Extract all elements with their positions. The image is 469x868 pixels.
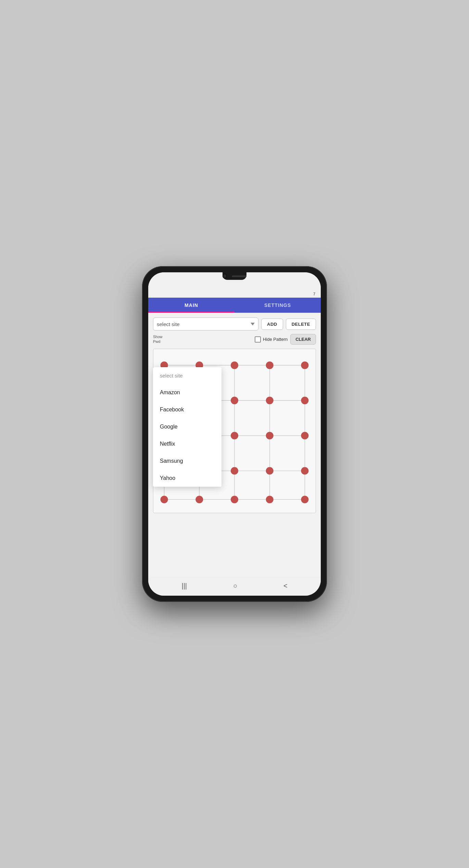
svg-point-28 bbox=[266, 467, 274, 474]
dropdown-item-facebook[interactable]: Facebook bbox=[153, 401, 221, 418]
svg-point-19 bbox=[301, 397, 308, 404]
hide-pattern-group: Hide Pattern bbox=[255, 336, 288, 343]
home-icon[interactable]: ○ bbox=[233, 582, 237, 590]
svg-point-12 bbox=[231, 361, 238, 369]
signal-indicator: 7 bbox=[313, 292, 315, 296]
phone-frame: 7 MAIN SETTINGS select site bbox=[142, 266, 327, 602]
tab-main[interactable]: MAIN bbox=[148, 298, 234, 313]
dropdown-item-netflix[interactable]: Netflix bbox=[153, 435, 221, 452]
svg-point-32 bbox=[231, 496, 238, 503]
svg-point-33 bbox=[266, 496, 274, 503]
pattern-grid-wrapper: select site Amazon Facebook Google Netfl… bbox=[153, 349, 316, 513]
delete-button[interactable]: DELETE bbox=[286, 319, 316, 330]
svg-point-27 bbox=[231, 467, 238, 474]
svg-point-30 bbox=[161, 496, 168, 503]
svg-point-14 bbox=[301, 361, 308, 369]
app-content: MAIN SETTINGS select site ADD DELETE bbox=[148, 298, 321, 576]
dropdown-item-yahoo[interactable]: Yahoo bbox=[153, 470, 221, 487]
hide-pattern-label: Hide Pattern bbox=[263, 337, 288, 342]
svg-point-18 bbox=[266, 397, 274, 404]
dropdown-item-amazon[interactable]: Amazon bbox=[153, 384, 221, 401]
dropdown-item-samsung[interactable]: Samsung bbox=[153, 452, 221, 470]
add-button[interactable]: ADD bbox=[261, 319, 283, 330]
recents-icon[interactable]: ||| bbox=[181, 582, 187, 590]
dropdown-arrow-icon bbox=[251, 323, 255, 325]
pattern-controls-row: ShowPwd Hide Pattern CLEAR bbox=[153, 334, 316, 345]
site-select[interactable]: select site bbox=[153, 318, 258, 331]
camera-bump bbox=[223, 272, 246, 280]
notch-area bbox=[148, 272, 321, 290]
speaker bbox=[232, 275, 246, 277]
svg-point-24 bbox=[301, 432, 308, 439]
hide-pattern-checkbox[interactable] bbox=[255, 336, 261, 343]
phone-screen: 7 MAIN SETTINGS select site bbox=[148, 272, 321, 596]
svg-point-17 bbox=[231, 397, 238, 404]
bottom-nav: ||| ○ < bbox=[148, 576, 321, 596]
svg-point-34 bbox=[301, 496, 308, 503]
dropdown-item-placeholder[interactable]: select site bbox=[153, 367, 221, 384]
svg-point-22 bbox=[231, 432, 238, 439]
site-dropdown-menu[interactable]: select site Amazon Facebook Google Netfl… bbox=[153, 367, 221, 487]
svg-point-29 bbox=[301, 467, 308, 474]
clear-button[interactable]: CLEAR bbox=[290, 334, 316, 345]
status-bar: 7 bbox=[148, 290, 321, 298]
tab-bar: MAIN SETTINGS bbox=[148, 298, 321, 313]
camera-lens bbox=[223, 274, 227, 278]
dropdown-item-google[interactable]: Google bbox=[153, 418, 221, 435]
back-icon[interactable]: < bbox=[283, 582, 288, 590]
svg-point-13 bbox=[266, 361, 274, 369]
svg-point-23 bbox=[266, 432, 274, 439]
controls-row: select site ADD DELETE bbox=[153, 318, 316, 331]
show-pwd-label: ShowPwd bbox=[153, 335, 163, 344]
main-area: select site ADD DELETE ShowPwd Hide Patt… bbox=[148, 313, 321, 576]
svg-point-31 bbox=[195, 496, 203, 503]
tab-settings[interactable]: SETTINGS bbox=[234, 298, 321, 313]
site-select-label: select site bbox=[157, 321, 249, 327]
